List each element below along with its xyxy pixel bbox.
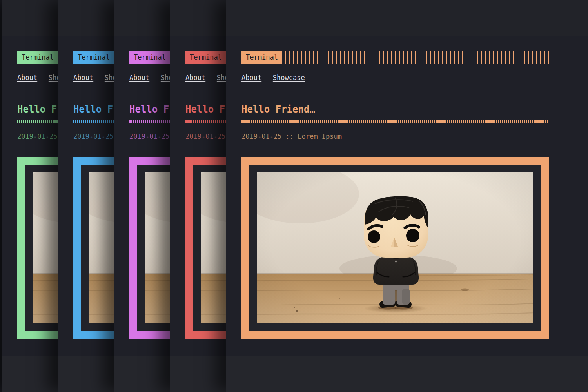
- theme-panel-orange: Terminal About Showcase Hello Friend… 20…: [226, 0, 588, 392]
- title-divider: [241, 120, 549, 123]
- theme-showcase-stage: Terminal About Showcase Hello Friend… 20…: [0, 0, 588, 392]
- terminal-logo[interactable]: Terminal: [129, 51, 170, 64]
- nav-link-about[interactable]: About: [241, 74, 261, 82]
- funko-pop-photo: [257, 172, 533, 323]
- nav-link-about[interactable]: About: [73, 74, 93, 82]
- terminal-logo[interactable]: Terminal: [185, 51, 226, 64]
- terminal-logo[interactable]: Terminal: [17, 51, 58, 64]
- framed-image: [241, 157, 549, 339]
- page-bottom-area: [226, 356, 588, 392]
- header-decoration-bars: [285, 51, 549, 64]
- site-header: Terminal: [241, 51, 549, 64]
- page-top-area: [226, 0, 588, 36]
- post-meta: 2019-01-25 :: Lorem Ipsum: [241, 132, 342, 140]
- nav-link-about[interactable]: About: [185, 74, 205, 82]
- terminal-logo[interactable]: Terminal: [73, 51, 114, 64]
- nav-link-about[interactable]: About: [129, 74, 149, 82]
- nav-link-about[interactable]: About: [17, 74, 37, 82]
- photo-vignette: [257, 172, 533, 323]
- nav-link-showcase[interactable]: Showcase: [273, 74, 305, 82]
- post-title: Hello Friend…: [241, 104, 315, 115]
- page-content-area: Terminal About Showcase Hello Friend… 20…: [226, 36, 588, 356]
- terminal-logo[interactable]: Terminal: [241, 51, 282, 64]
- main-nav: About Showcase: [241, 74, 312, 82]
